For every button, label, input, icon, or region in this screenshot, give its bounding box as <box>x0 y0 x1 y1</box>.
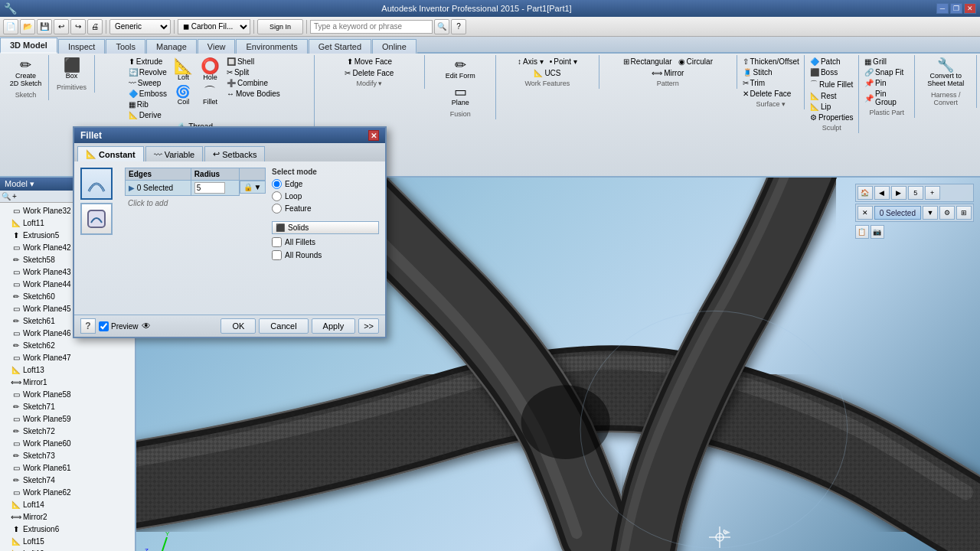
radius-cell[interactable] <box>191 181 239 196</box>
preview-checkbox[interactable] <box>99 321 109 331</box>
rectangular-button[interactable]: ⊞ Rectangular <box>621 57 675 67</box>
properties-button[interactable]: ⚙ Properties <box>808 112 856 122</box>
vp-camera-button[interactable]: 📷 <box>871 225 884 239</box>
tab-3d-model[interactable]: 3D Model <box>0 37 57 54</box>
cancel-button[interactable]: Cancel <box>259 318 308 334</box>
fillet-tab-variable[interactable]: 〰 Variable <box>145 146 204 161</box>
stitch-button[interactable]: 🧵 Stitch <box>740 67 802 77</box>
edit-form-button[interactable]: ✏ Edit Form <box>443 57 479 82</box>
generic-selector[interactable]: Generic <box>109 19 171 34</box>
all-fillets-option[interactable]: All Fillets <box>272 237 379 247</box>
rule-fillet-button[interactable]: ⌒ Rule Fillet <box>808 78 856 90</box>
rib-button[interactable]: ▦ Rib <box>126 99 169 109</box>
tab-get-started[interactable]: Get Started <box>309 39 371 54</box>
move-bodies-button[interactable]: ↔ Move Bodies <box>224 89 283 99</box>
combine-button[interactable]: ➕ Combine <box>224 78 283 88</box>
vp-forward-button[interactable]: ▶ <box>891 186 906 200</box>
tree-item[interactable]: ▭ Work Plane47 <box>2 351 133 364</box>
patch-button[interactable]: 🔷 Patch <box>808 57 856 67</box>
sweep-button[interactable]: 〰 Sweep <box>126 78 169 88</box>
fillet-help-button[interactable]: ? <box>80 318 96 334</box>
ucs-button[interactable]: 📐 UCS <box>531 68 563 78</box>
tab-view[interactable]: View <box>198 39 236 54</box>
plane-button[interactable]: ▭ Plane <box>446 83 474 109</box>
row-icon1[interactable]: 🔒 <box>243 183 253 191</box>
convert-sheet-metal-button[interactable]: 🔧 Convert toSheet Metal <box>924 57 967 90</box>
vp-extra2-button[interactable]: ⊞ <box>956 206 972 220</box>
tree-item[interactable]: ▭ Work Plane62 <box>2 486 133 498</box>
tab-environments[interactable]: Environments <box>236 39 307 54</box>
hole-button[interactable]: ⭕ Hole <box>198 57 223 83</box>
tree-item[interactable]: ⬆ Extrusion6 <box>2 523 133 535</box>
box-button[interactable]: ⬛ Box <box>58 57 86 82</box>
close-button[interactable]: ✕ <box>964 3 976 14</box>
loft-button[interactable]: 📐 Loft <box>171 57 196 83</box>
trim-button[interactable]: ✂ Trim <box>740 78 802 88</box>
restore-button[interactable]: ❐ <box>950 3 962 14</box>
delete-face-surf-button[interactable]: ✕ Delete Face <box>740 89 802 99</box>
ok-button[interactable]: OK <box>220 318 256 334</box>
revolve-button[interactable]: 🔄 Revolve <box>126 67 169 77</box>
help-button[interactable]: ? <box>451 19 466 34</box>
axis-button[interactable]: ↕ Axis ▾ <box>515 57 546 67</box>
tree-item[interactable]: ✏ Sketch71 <box>2 400 133 412</box>
tree-item[interactable]: 📐 Loft13 <box>2 364 133 376</box>
pin-button[interactable]: 📌 Pin <box>862 78 911 88</box>
all-rounds-checkbox[interactable] <box>272 250 282 260</box>
undo-button[interactable]: ↩ <box>54 19 69 34</box>
thicken-offset-button[interactable]: ⇧ Thicken/Offset <box>740 57 802 67</box>
radius-input[interactable] <box>194 182 225 194</box>
fillet-tab-setbacks[interactable]: ↩ Setbacks <box>204 146 265 161</box>
vp-display-button[interactable]: 📋 <box>855 225 869 239</box>
vp-add-button[interactable]: + <box>925 186 940 200</box>
vp-extra-button[interactable]: ⚙ <box>939 206 955 220</box>
tree-filter-icon[interactable]: 🔍 <box>2 192 11 201</box>
fillet-mode-face-button[interactable] <box>80 203 113 235</box>
all-rounds-option[interactable]: All Rounds <box>272 250 379 260</box>
extrude-button[interactable]: ⬆ Extrude <box>126 57 169 67</box>
tree-item[interactable]: ⟺ Mirror2 <box>2 510 133 523</box>
tab-inspect[interactable]: Inspect <box>58 39 105 54</box>
tree-item[interactable]: 📐 Loft14 <box>2 498 133 510</box>
all-fillets-checkbox[interactable] <box>272 237 282 247</box>
coil-button[interactable]: 🌀 Coil <box>171 84 196 108</box>
search-input[interactable] <box>310 20 433 34</box>
vp-counter-button[interactable]: 5 <box>908 186 923 200</box>
redo-button[interactable]: ↪ <box>70 19 86 34</box>
tree-item[interactable]: ▭ Work Plane59 <box>2 412 133 425</box>
apply-button[interactable]: Apply <box>312 318 356 334</box>
split-button[interactable]: ✂ Split <box>224 67 283 77</box>
tree-expand-icon[interactable]: + <box>12 192 17 201</box>
boss-button[interactable]: ⬛ Boss <box>808 67 856 77</box>
mirror-button[interactable]: ⟺ Mirror <box>649 68 686 78</box>
lip-button[interactable]: 📐 Lip <box>808 102 856 112</box>
tree-item[interactable]: ▭ Work Plane58 <box>2 388 133 400</box>
emboss-button[interactable]: 🔷 Emboss <box>126 89 169 99</box>
carbon-selector[interactable]: ◼ Carbon Fil... <box>178 19 250 34</box>
more-button[interactable]: >> <box>358 318 379 334</box>
fillet-button[interactable]: ⌒ Fillet <box>198 84 223 108</box>
delete-face-button[interactable]: ✂ Delete Face <box>342 68 396 78</box>
circular-button[interactable]: ◉ Circular <box>676 57 715 67</box>
tree-item[interactable]: ▭ Work Plane61 <box>2 461 133 474</box>
fillet-row[interactable]: ▶ 0 Selected 🔒 ▼ <box>126 181 266 196</box>
loop-radio[interactable] <box>272 191 282 201</box>
minimize-button[interactable]: ─ <box>936 3 949 14</box>
tree-item[interactable]: ✏ Sketch73 <box>2 449 133 461</box>
tab-tools[interactable]: Tools <box>106 39 145 54</box>
tree-item[interactable]: ✏ Sketch72 <box>2 425 133 437</box>
vp-dropdown-button[interactable]: ▼ <box>923 206 938 220</box>
shell-button[interactable]: 🔲 Shell <box>224 57 283 67</box>
feature-radio[interactable] <box>272 204 282 214</box>
tree-item[interactable]: ✏ Sketch62 <box>2 339 133 351</box>
preview-checkbox-option[interactable]: Preview <box>99 321 139 331</box>
snap-fit-button[interactable]: 🔗 Snap Fit <box>862 67 911 77</box>
pin-group-button[interactable]: 📌 Pin Group <box>862 89 911 107</box>
rest-button[interactable]: 📐 Rest <box>808 91 856 101</box>
grill-button[interactable]: ▦ Grill <box>862 57 911 67</box>
tab-online[interactable]: Online <box>372 39 416 54</box>
tree-item[interactable]: ▭ Work Plane60 <box>2 437 133 449</box>
new-button[interactable]: 📄 <box>3 19 18 34</box>
fillet-mode-edge-button[interactable] <box>80 168 113 200</box>
vp-back-button[interactable]: ◀ <box>874 186 890 200</box>
